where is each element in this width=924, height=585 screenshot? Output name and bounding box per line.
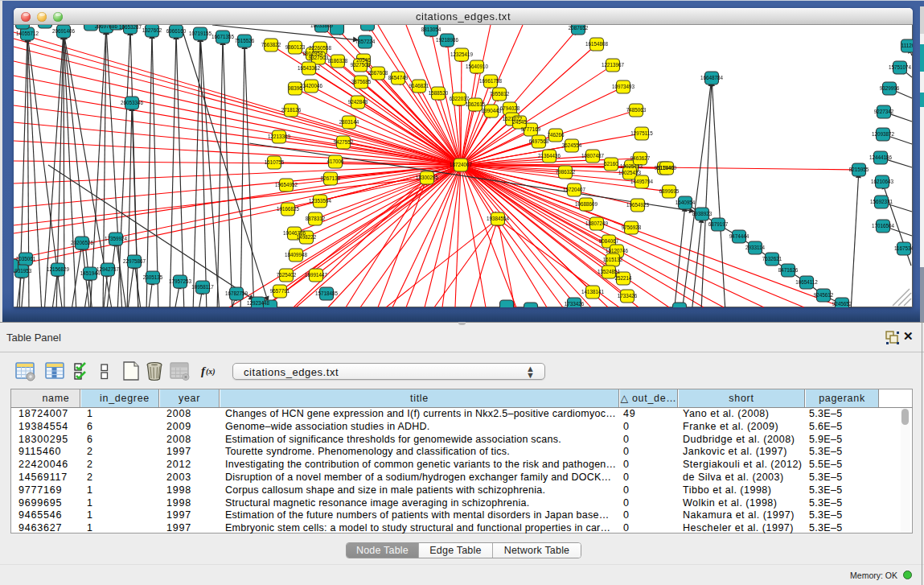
svg-text:9463627: 9463627 xyxy=(630,155,651,161)
svg-text:9329996: 9329996 xyxy=(880,85,900,91)
svg-text:1327602: 1327602 xyxy=(142,27,162,33)
svg-text:16991447: 16991447 xyxy=(305,272,328,278)
svg-text:15718485: 15718485 xyxy=(315,290,339,296)
svg-text:22975867: 22975867 xyxy=(123,258,146,264)
svg-text:19384554: 19384554 xyxy=(487,216,510,221)
svg-text:12975115: 12975115 xyxy=(630,130,653,136)
svg-text:23420046: 23420046 xyxy=(300,83,323,89)
svg-text:1640954: 1640954 xyxy=(676,200,696,205)
svg-text:9474444: 9474444 xyxy=(729,233,749,239)
svg-text:18409948: 18409948 xyxy=(285,252,308,257)
svg-text:746266: 746266 xyxy=(547,132,565,138)
svg-text:7485063: 7485063 xyxy=(626,107,647,113)
svg-text:10958117: 10958117 xyxy=(191,284,214,290)
svg-text:12213967: 12213967 xyxy=(602,62,625,68)
svg-text:16961758: 16961758 xyxy=(479,78,503,84)
svg-text:20691406: 20691406 xyxy=(52,28,76,34)
svg-text:2367608: 2367608 xyxy=(368,70,388,76)
svg-text:6497568: 6497568 xyxy=(529,138,549,144)
svg-text:1362615: 1362615 xyxy=(466,101,486,107)
svg-text:10719155: 10719155 xyxy=(189,31,212,36)
svg-text:6966160: 6966160 xyxy=(166,28,187,34)
svg-text:7857224: 7857224 xyxy=(355,39,376,44)
svg-text:(x): (x) xyxy=(206,367,216,377)
svg-text:8878312: 8878312 xyxy=(306,216,326,221)
svg-text:7515526: 7515526 xyxy=(235,38,255,43)
svg-text:1035061: 1035061 xyxy=(16,256,36,262)
svg-text:17016504: 17016504 xyxy=(872,223,895,229)
svg-text:8215955: 8215955 xyxy=(849,167,869,172)
svg-text:1451944: 1451944 xyxy=(80,270,101,276)
svg-text:12325419: 12325419 xyxy=(450,51,474,57)
svg-text:1733426: 1733426 xyxy=(618,293,638,299)
svg-text:6322037: 6322037 xyxy=(450,96,470,101)
svg-text:9242848: 9242848 xyxy=(348,99,368,105)
svg-text:9084067: 9084067 xyxy=(599,238,619,244)
svg-text:17359924: 17359924 xyxy=(105,236,128,241)
svg-text:8990443: 8990443 xyxy=(482,108,502,113)
svg-text:9756928: 9756928 xyxy=(622,225,642,230)
svg-text:13524851: 13524851 xyxy=(598,269,621,274)
svg-text:6879197: 6879197 xyxy=(708,221,729,227)
svg-text:7625402: 7625402 xyxy=(277,272,297,278)
svg-text:16782759: 16782759 xyxy=(225,290,248,296)
svg-text:8186328: 8186328 xyxy=(328,58,348,64)
svg-text:20206526: 20206526 xyxy=(71,240,94,245)
svg-text:8938923: 8938923 xyxy=(692,211,713,216)
svg-text:10654112: 10654112 xyxy=(795,279,818,285)
svg-text:7986322: 7986322 xyxy=(556,169,576,175)
svg-text:1931953: 1931953 xyxy=(14,268,32,274)
svg-text:12156829: 12156829 xyxy=(47,266,70,272)
svg-text:9227342: 9227342 xyxy=(874,109,894,114)
svg-text:16154808: 16154808 xyxy=(585,41,609,47)
svg-text:19654923: 19654923 xyxy=(626,202,650,208)
svg-text:8471626: 8471626 xyxy=(778,267,799,273)
svg-text:9327503: 9327503 xyxy=(309,55,329,60)
svg-text:19654952: 19654952 xyxy=(275,182,298,187)
svg-text:9860123: 9860123 xyxy=(285,44,306,50)
svg-text:9245652: 9245652 xyxy=(832,301,852,307)
svg-text:3624554: 3624554 xyxy=(562,142,582,148)
svg-text:2087652: 2087652 xyxy=(569,25,589,31)
svg-text:16671355: 16671355 xyxy=(211,34,235,39)
svg-text:2933114: 2933114 xyxy=(745,245,766,250)
svg-text:9115460: 9115460 xyxy=(657,165,677,171)
svg-text:9657791: 9657791 xyxy=(270,288,290,294)
svg-text:10973493: 10973493 xyxy=(612,84,635,89)
svg-text:417006: 417006 xyxy=(326,159,344,164)
svg-text:62160: 62160 xyxy=(604,161,618,167)
svg-text:252214: 252214 xyxy=(614,275,632,281)
svg-text:2803144: 2803144 xyxy=(339,119,359,125)
svg-text:9245612: 9245612 xyxy=(814,292,834,298)
svg-text:10688609: 10688609 xyxy=(575,201,598,207)
svg-text:18724007: 18724007 xyxy=(450,162,473,167)
svg-text:20697486: 20697486 xyxy=(95,25,118,29)
svg-text:3875685: 3875685 xyxy=(351,79,372,84)
svg-text:6899695: 6899695 xyxy=(659,188,680,194)
svg-text:2718126: 2718126 xyxy=(281,107,302,113)
svg-text:10025433: 10025433 xyxy=(620,163,643,169)
svg-text:14495794: 14495794 xyxy=(630,179,654,184)
svg-text:12353594: 12353594 xyxy=(309,198,332,204)
svg-text:8267130: 8267130 xyxy=(321,175,341,181)
svg-text:98396: 98396 xyxy=(288,85,302,91)
svg-text:17957253: 17957253 xyxy=(169,278,192,284)
svg-text:7632621: 7632621 xyxy=(762,256,782,262)
svg-text:9146821: 9146821 xyxy=(409,83,429,89)
svg-text:16120746: 16120746 xyxy=(606,248,629,253)
svg-text:15751074: 15751074 xyxy=(889,64,912,70)
svg-text:22260558: 22260558 xyxy=(309,45,332,51)
svg-text:12923448: 12923448 xyxy=(247,300,270,306)
svg-text:24545: 24545 xyxy=(512,119,527,125)
svg-text:15640910: 15640910 xyxy=(466,64,489,69)
svg-text:18300295: 18300295 xyxy=(416,175,439,180)
svg-text:2305135: 2305135 xyxy=(143,274,163,280)
svg-text:14055712: 14055712 xyxy=(16,31,39,36)
svg-text:12093872: 12093872 xyxy=(872,131,895,137)
svg-text:9327508: 9327508 xyxy=(351,62,371,68)
svg-text:12444186: 12444186 xyxy=(869,154,893,160)
svg-text:16648784: 16648784 xyxy=(700,75,724,80)
svg-text:11120: 11120 xyxy=(901,43,913,48)
svg-text:19218986: 19218986 xyxy=(436,37,459,43)
svg-text:10807487: 10807487 xyxy=(581,153,605,159)
